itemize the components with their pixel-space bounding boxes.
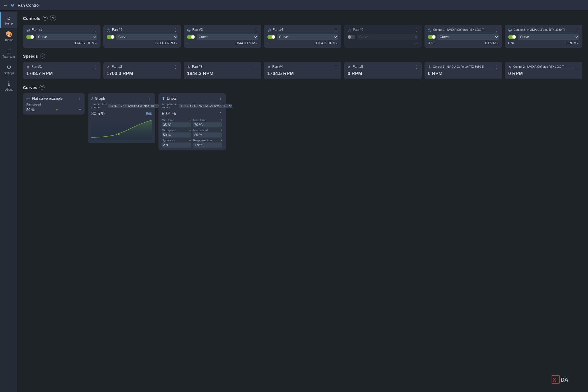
speed-fan4-menu-button[interactable]: ⋮ bbox=[334, 65, 338, 69]
linear-temp-source-select[interactable]: 47 °C - GPU - NVIDIA GeForce RTi... bbox=[179, 104, 232, 108]
speed-card-fan3-title-row: ✳ Fan #3 bbox=[187, 65, 254, 69]
sidebar-item-about[interactable]: ℹ About bbox=[0, 78, 17, 94]
fan3-menu-button[interactable]: ⋮ bbox=[254, 28, 258, 32]
linear-pct-row: 59.4 % ⌃ bbox=[162, 111, 222, 116]
fan1-menu-button[interactable]: ⋮ bbox=[93, 28, 97, 32]
fan1-toggle[interactable] bbox=[26, 35, 34, 39]
speed-fan5-menu-button[interactable]: ⋮ bbox=[414, 65, 418, 69]
ctrl2-toggle[interactable] bbox=[508, 35, 516, 39]
curves-help-icon[interactable]: ? bbox=[39, 85, 45, 90]
speed-card-fan4: ✳ Fan #4 ⋮ 1704.5 RPM bbox=[264, 62, 342, 79]
fan1-icon: ◎ bbox=[26, 27, 30, 32]
graph-curve-menu-button[interactable]: ⋮ bbox=[148, 96, 152, 101]
fan5-mode-select[interactable]: Curve bbox=[357, 34, 418, 40]
back-button[interactable]: ← bbox=[3, 3, 8, 8]
graph-curve-icon: ⤴ bbox=[91, 96, 93, 101]
fan2-menu-button[interactable]: ⋮ bbox=[174, 28, 178, 32]
tray-icon: ◫ bbox=[6, 47, 12, 54]
linear-hysteresis-minus-button[interactable]: − bbox=[188, 143, 190, 147]
linear-min-speed-minus-button[interactable]: − bbox=[188, 133, 190, 137]
flat-curve-add-button[interactable]: + bbox=[56, 107, 58, 112]
curves-header: Curves ? bbox=[23, 85, 582, 90]
fan1-mode-select[interactable]: Curve bbox=[36, 34, 97, 40]
fan5-mode-row: Curve bbox=[347, 34, 418, 40]
linear-max-temp-add-button[interactable]: + bbox=[221, 118, 222, 122]
flat-curve-minus-button[interactable]: − bbox=[79, 107, 81, 112]
control-card-fan2-header: ◎ Fan #2 ⋮ bbox=[107, 27, 178, 32]
sidebar-item-tray[interactable]: ◫ Tray Icons bbox=[0, 45, 17, 61]
fan3-mode-select[interactable]: Curve bbox=[197, 34, 258, 40]
fan5-menu-button[interactable]: ⋮ bbox=[414, 28, 418, 32]
fan4-menu-button[interactable]: ⋮ bbox=[334, 28, 338, 32]
graph-curve-card: ⤴ Graph ⋮ Temperature source 47 °C - GPU… bbox=[88, 93, 155, 143]
ctrl2-menu-button[interactable]: ⋮ bbox=[575, 28, 579, 32]
sidebar-item-theme[interactable]: 🎨 Theme bbox=[0, 28, 17, 45]
flat-curve-speed-value: 50 % bbox=[26, 108, 35, 112]
fan5-bottom: - - ⌄ bbox=[347, 41, 418, 45]
speed-ctrl1-title: Control 1 - NVIDIA GeForce RTX 3080 Ti bbox=[433, 65, 495, 69]
linear-curve-icon: ⬆ bbox=[162, 96, 165, 101]
fan3-toggle[interactable] bbox=[187, 35, 195, 39]
linear-temp-source-label: Temperature source bbox=[162, 103, 178, 109]
fan4-mode-select[interactable]: Curve bbox=[277, 34, 338, 40]
speed-card-fan5-header: ✳ Fan #5 ⋮ bbox=[347, 65, 418, 69]
main-content: Controls ? ↻ ◎ Fan #1 ⋮ Curve - bbox=[17, 11, 588, 392]
fan2-mode-select[interactable]: Curve bbox=[116, 34, 178, 40]
about-icon: ℹ bbox=[8, 80, 10, 87]
speed-fan1-menu-button[interactable]: ⋮ bbox=[93, 65, 97, 69]
fan4-title: Fan #4 bbox=[273, 28, 334, 32]
linear-min-speed-value-row: 50 % − bbox=[162, 132, 191, 137]
linear-max-temp-minus-button[interactable]: − bbox=[220, 123, 221, 127]
ctrl1-menu-button[interactable]: ⋮ bbox=[495, 28, 499, 32]
fan1-rpm: 1748.7 RPM bbox=[27, 41, 95, 45]
settings-icon: ⚙ bbox=[6, 64, 11, 71]
fan4-rpm: 1704.5 RPM bbox=[269, 41, 336, 45]
linear-min-speed-add-button[interactable]: + bbox=[189, 129, 191, 132]
ctrl2-mode-select[interactable]: Curve bbox=[518, 34, 579, 40]
controls-help-icon[interactable]: ? bbox=[43, 16, 48, 21]
speeds-cards-row: ✳ Fan #1 ⋮ 1748.7 RPM ✳ Fan #2 ⋮ 1700.3 … bbox=[23, 62, 582, 79]
linear-min-temp-minus-button[interactable]: − bbox=[188, 123, 190, 127]
linear-response-add-button[interactable]: + bbox=[221, 139, 222, 142]
linear-collapse-button[interactable]: ⌃ bbox=[219, 111, 222, 116]
control-card-fan4: ◎ Fan #4 ⋮ Curve - 1704.5 RPM ⌄ bbox=[264, 25, 342, 48]
graph-temp-source-label: Temperature source bbox=[91, 103, 107, 109]
linear-min-temp-add-button[interactable]: + bbox=[189, 118, 191, 122]
speed-card-fan1-title-row: ✳ Fan #1 bbox=[26, 65, 93, 69]
graph-curve-header: ⤴ Graph ⋮ bbox=[91, 96, 152, 101]
linear-max-speed-add-button[interactable]: + bbox=[221, 129, 222, 132]
speed-card-fan2-title-row: ✳ Fan #2 bbox=[107, 65, 174, 69]
graph-temp-source-row: Temperature source 47 °C - GPU - NVIDIA … bbox=[91, 103, 152, 109]
ctrl1-mode-select[interactable]: Curve bbox=[437, 34, 499, 40]
speed-ctrl2-menu-button[interactable]: ⋮ bbox=[575, 65, 579, 69]
linear-max-speed-minus-button[interactable]: − bbox=[220, 133, 221, 137]
fan2-toggle[interactable] bbox=[107, 35, 115, 39]
controls-header: Controls ? ↻ bbox=[23, 15, 582, 21]
linear-response-minus-button[interactable]: − bbox=[220, 143, 221, 147]
speed-ctrl1-menu-button[interactable]: ⋮ bbox=[495, 65, 499, 69]
sidebar-item-home[interactable]: ⌂ Home bbox=[0, 12, 17, 28]
speeds-help-icon[interactable]: ? bbox=[40, 53, 45, 59]
graph-edit-button[interactable]: Edit bbox=[146, 112, 152, 116]
sidebar-item-settings[interactable]: ⚙ Settings bbox=[0, 61, 17, 78]
app-title: Fan Control bbox=[18, 3, 39, 8]
linear-min-temp-value: 35 °C bbox=[163, 123, 171, 127]
control-card-fan1-title-row: ◎ Fan #1 bbox=[26, 27, 93, 32]
speed-fan3-menu-button[interactable]: ⋮ bbox=[254, 65, 258, 69]
linear-curve-menu-button[interactable]: ⋮ bbox=[218, 96, 222, 101]
linear-min-speed-group: Min. speed + 50 % − bbox=[162, 129, 191, 137]
linear-hysteresis-add-button[interactable]: + bbox=[189, 139, 191, 142]
ctrl1-toggle[interactable] bbox=[428, 35, 436, 39]
speed-fan2-menu-button[interactable]: ⋮ bbox=[174, 65, 178, 69]
fan5-toggle[interactable] bbox=[347, 35, 355, 39]
fan4-toggle[interactable] bbox=[267, 35, 275, 39]
controls-refresh-icon[interactable]: ↻ bbox=[50, 15, 56, 21]
linear-response-value-row: 1 sec − bbox=[193, 143, 222, 148]
flat-curve-menu-button[interactable]: ⋮ bbox=[77, 96, 81, 101]
fan5-icon: ◎ bbox=[347, 27, 351, 32]
fan2-chevron-icon: ⌄ bbox=[175, 41, 178, 45]
ctrl1-bottom: 0 % 0 RPM ⌄ bbox=[428, 41, 499, 45]
speed-card-ctrl2: ✳ Control 2 - NVIDIA GeForce RTX 3080 Ti… bbox=[505, 62, 582, 79]
graph-temp-source-select[interactable]: 47 °C - GPU - NVIDIA GeForce RTi... bbox=[108, 104, 162, 108]
speed-fan4-title: Fan #4 bbox=[272, 65, 334, 69]
